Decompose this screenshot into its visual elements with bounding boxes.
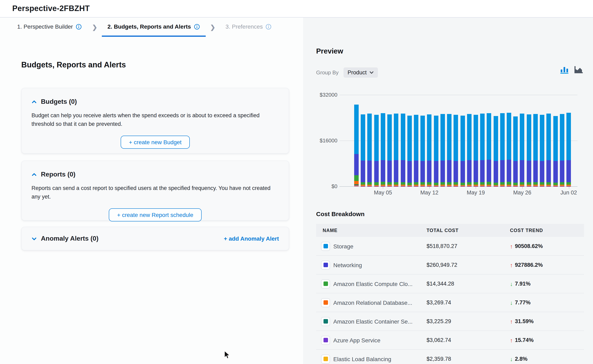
bar-segment <box>374 186 379 186</box>
table-row[interactable]: Storage$518,870.27↑90508.62% <box>316 237 584 256</box>
create-budget-button[interactable]: + create new Budget <box>121 136 190 149</box>
tab-preferences-label: 3. Preferences <box>226 23 263 30</box>
bar-segment <box>546 160 551 182</box>
bar-segment <box>454 161 458 182</box>
row-total-cost: $14,344.28 <box>426 281 510 287</box>
chart-bar <box>513 116 518 186</box>
bar-segment <box>440 186 445 186</box>
bar-segment <box>387 161 392 182</box>
col-header-cost-trend: COST TREND <box>510 228 584 233</box>
bar-segment <box>507 113 511 160</box>
chart-bar <box>566 113 571 186</box>
bar-segment <box>414 182 418 185</box>
trend-up-icon: ↑ <box>510 243 513 249</box>
bar-segment <box>400 186 405 186</box>
bar-segment <box>394 160 399 182</box>
bar-segment <box>560 114 564 161</box>
bar-segment <box>467 114 471 160</box>
bar-segment <box>440 182 445 185</box>
page-title: Perspective-2FBZHT <box>12 4 90 13</box>
bar-segment <box>507 160 511 182</box>
table-row[interactable]: Amazon Elastic Compute Clo...$14,344.28↓… <box>316 274 584 293</box>
budgets-collapse-header[interactable]: Budgets (0) <box>22 88 289 105</box>
bar-segment <box>400 160 405 182</box>
bar-segment <box>467 182 471 185</box>
bar-segment <box>473 182 478 185</box>
chart-bar <box>460 116 465 186</box>
reports-title: Reports (0) <box>41 171 75 178</box>
chart-bar <box>447 114 452 186</box>
table-row[interactable]: Elastic Load Balancing$2,359.78↓2.8% <box>316 350 584 364</box>
table-row[interactable]: Networking$260,949.72↑927886.2% <box>316 256 584 274</box>
table-row[interactable]: Amazon Relational Database...$3,269.74↓7… <box>316 293 584 312</box>
cost-breakdown-title: Cost Breakdown <box>316 210 365 217</box>
trend-down-icon: ↓ <box>510 280 513 287</box>
bar-segment <box>361 161 365 182</box>
bar-segment <box>473 161 478 182</box>
bar-segment <box>493 186 498 186</box>
legend-color-icon <box>321 279 330 288</box>
create-report-schedule-button[interactable]: + create new Report schedule <box>109 208 202 221</box>
info-icon[interactable] <box>266 24 272 30</box>
bar-segment <box>460 116 465 161</box>
row-name: Networking <box>333 262 362 268</box>
bar-segment <box>420 116 425 161</box>
tab-preferences[interactable]: 3. Preferences <box>220 18 278 37</box>
add-anomaly-alert-button[interactable]: + add Anomaly Alert <box>224 235 279 242</box>
bar-segment <box>546 182 551 185</box>
bar-segment <box>526 161 531 182</box>
col-header-name: NAME <box>316 228 426 233</box>
bar-segment <box>480 186 485 186</box>
info-icon[interactable] <box>76 24 82 30</box>
chevron-up-icon <box>32 172 37 177</box>
anomaly-collapse-header[interactable]: Anomaly Alerts (0) <box>32 235 99 242</box>
row-cost-trend: ↑90508.62% <box>510 243 584 249</box>
trend-down-icon: ↓ <box>510 299 513 306</box>
col-header-total-cost: TOTAL COST <box>426 228 510 233</box>
y-axis-label: $32000 <box>307 92 337 98</box>
legend-color-icon <box>321 336 330 344</box>
chevron-down-icon <box>32 236 37 241</box>
bar-segment <box>420 161 425 182</box>
bar-segment <box>361 114 365 161</box>
bar-segment <box>454 182 458 185</box>
bar-segment <box>354 154 359 175</box>
bar-segment <box>420 182 425 185</box>
chart-bar <box>467 114 471 186</box>
row-total-cost: $3,062.74 <box>426 337 510 343</box>
bar-segment <box>467 186 471 186</box>
bar-segment <box>533 182 538 185</box>
bar-segment <box>407 116 412 161</box>
bar-segment <box>500 160 505 182</box>
bar-segment <box>513 116 518 161</box>
chart-bar <box>560 114 564 186</box>
bar-segment <box>354 186 359 186</box>
bar-segment <box>546 114 551 160</box>
bar-segment <box>354 181 359 184</box>
bar-segment <box>367 114 372 160</box>
chart-bar <box>354 104 359 186</box>
row-cost-trend: ↓7.77% <box>510 299 584 306</box>
bar-segment <box>533 114 538 161</box>
table-row[interactable]: Amazon Elastic Container Se...$3,225.29↑… <box>316 312 584 331</box>
chart-bar <box>507 113 511 186</box>
table-row[interactable]: Azure App Service$3,062.74↑15.74% <box>316 331 584 350</box>
bar-segment <box>493 182 498 185</box>
row-total-cost: $3,225.29 <box>426 318 510 324</box>
legend-color-icon <box>321 317 330 326</box>
reports-collapse-header[interactable]: Reports (0) <box>22 161 289 178</box>
tab-budgets-reports-alerts[interactable]: 2. Budgets, Reports and Alerts <box>102 18 206 37</box>
bar-segment <box>427 115 432 161</box>
tab-perspective-builder[interactable]: 1. Perspective Builder <box>12 18 87 37</box>
bar-segment <box>526 186 531 186</box>
row-name: Amazon Elastic Compute Clo... <box>333 280 413 287</box>
bar-segment <box>394 114 399 160</box>
chart-bar <box>487 113 491 186</box>
bar-segment <box>480 114 485 160</box>
bar-segment <box>427 186 432 186</box>
table-header-row: NAME TOTAL COST COST TREND <box>316 224 584 237</box>
x-axis-label: Jun 02 <box>560 189 577 196</box>
bar-segment <box>566 113 571 160</box>
x-axis-label: May 19 <box>467 189 485 196</box>
info-icon[interactable] <box>194 24 200 30</box>
